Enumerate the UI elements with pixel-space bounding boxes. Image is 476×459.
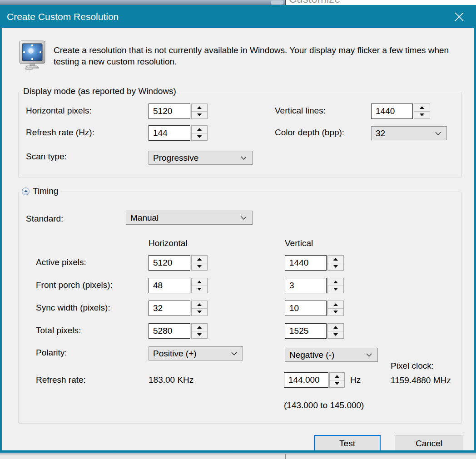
- spin-down-icon: [333, 265, 338, 268]
- spin-up-icon: [335, 375, 339, 378]
- collapse-up-icon: [24, 190, 28, 192]
- active-pixels-label: Active pixels:: [36, 257, 86, 267]
- chevron-down-icon: [231, 352, 237, 356]
- total-pixels-h-input[interactable]: 5280: [149, 323, 190, 339]
- spin-up-icon: [197, 326, 202, 329]
- spin-down-button[interactable]: [328, 286, 343, 293]
- spin-down-button[interactable]: [328, 331, 343, 339]
- total-pixels-v-input[interactable]: 1525: [285, 323, 327, 339]
- timing-legend-label: Timing: [33, 186, 58, 196]
- color-depth-select[interactable]: 32: [371, 126, 447, 140]
- front-porch-v-stepper: 3: [285, 278, 344, 293]
- dialog-content: Create a resolution that is not currentl…: [2, 28, 474, 450]
- background-divider-bottom: [285, 454, 286, 459]
- color-depth-value: 32: [376, 128, 385, 138]
- vertical-lines-stepper: 1440: [371, 104, 430, 119]
- dialog-titlebar[interactable]: Create Custom Resolution: [2, 5, 474, 28]
- spin-up-button[interactable]: [192, 126, 207, 133]
- polarity-v-value: Negative (-): [289, 350, 334, 360]
- refresh-rate-spin-buttons: [191, 125, 208, 141]
- cancel-button[interactable]: Cancel: [396, 435, 462, 450]
- spin-buttons: [191, 278, 208, 293]
- spin-up-icon: [420, 106, 424, 109]
- vertical-lines-input[interactable]: 1440: [371, 104, 413, 119]
- spin-up-icon: [197, 281, 202, 283]
- background-window-top: Customize: [0, 0, 476, 5]
- spin-down-icon: [333, 311, 338, 313]
- spin-up-button[interactable]: [192, 104, 207, 112]
- test-button[interactable]: Test: [314, 435, 381, 450]
- refresh-rate-stepper: 144: [149, 125, 208, 141]
- sync-width-h-input[interactable]: 32: [149, 301, 190, 316]
- spin-down-button[interactable]: [328, 263, 343, 271]
- front-porch-h-stepper: 48: [149, 278, 208, 293]
- spin-up-button[interactable]: [192, 324, 207, 331]
- vertical-lines-label: Vertical lines:: [275, 106, 326, 116]
- spin-down-button[interactable]: [328, 309, 343, 316]
- refresh-rate-input[interactable]: 144: [149, 125, 190, 141]
- display-mode-legend: Display mode (as reported by Windows): [21, 86, 178, 96]
- spin-down-button[interactable]: [192, 263, 207, 271]
- chevron-down-icon: [241, 216, 247, 220]
- horizontal-pixels-input[interactable]: 5120: [149, 104, 190, 119]
- spin-down-button[interactable]: [192, 331, 207, 339]
- spin-down-icon: [197, 265, 202, 268]
- color-depth-label: Color depth (bpp):: [275, 128, 344, 138]
- background-header-bar: [0, 0, 285, 5]
- timing-refresh-rate-label: Refresh rate:: [36, 375, 86, 385]
- front-porch-v-input[interactable]: 3: [285, 278, 327, 293]
- front-porch-h-input[interactable]: 48: [149, 278, 190, 293]
- background-customize-label: Customize: [289, 0, 340, 5]
- spin-buttons: [191, 255, 208, 271]
- spin-up-button[interactable]: [192, 301, 207, 309]
- sync-width-label: Sync width (pixels):: [36, 303, 110, 313]
- close-button[interactable]: [454, 11, 465, 22]
- spin-down-button[interactable]: [414, 112, 430, 119]
- refresh-rate-v-input[interactable]: 144.000: [284, 372, 328, 388]
- spin-up-icon: [333, 281, 338, 283]
- active-pixels-h-input[interactable]: 5120: [149, 255, 190, 271]
- spin-down-icon: [197, 333, 202, 336]
- sync-width-h-stepper: 32: [149, 301, 208, 316]
- spin-buttons: [327, 323, 344, 339]
- spin-up-button[interactable]: [414, 104, 430, 112]
- spin-up-button[interactable]: [328, 324, 343, 331]
- spin-down-icon: [333, 288, 338, 291]
- spin-down-button[interactable]: [192, 309, 207, 316]
- background-window-bottom: [0, 453, 476, 459]
- spin-down-button[interactable]: [192, 112, 207, 119]
- standard-select[interactable]: Manual: [126, 211, 253, 225]
- spin-up-button[interactable]: [328, 301, 343, 309]
- spin-up-button[interactable]: [328, 278, 343, 286]
- display-mode-group: Display mode (as reported by Windows) Ho…: [18, 92, 462, 178]
- spin-down-button[interactable]: [192, 133, 207, 141]
- refresh-rate-hz-label: Refresh rate (Hz):: [26, 128, 94, 138]
- refresh-rate-range: (143.000 to 145.000): [284, 400, 364, 410]
- spin-up-button[interactable]: [192, 256, 207, 263]
- spin-down-icon: [197, 135, 202, 138]
- total-pixels-v-stepper: 1525: [285, 323, 344, 339]
- vertical-lines-spin-buttons: [414, 104, 430, 119]
- spin-down-icon: [420, 114, 424, 116]
- spin-down-button[interactable]: [192, 286, 207, 293]
- spin-up-icon: [333, 258, 338, 261]
- scan-type-select[interactable]: Progressive: [149, 151, 253, 165]
- horizontal-column-header: Horizontal: [149, 238, 188, 248]
- timing-collapse-button[interactable]: [22, 188, 30, 195]
- polarity-v-select[interactable]: Negative (-): [285, 348, 378, 362]
- spin-down-button[interactable]: [330, 380, 344, 388]
- polarity-h-select[interactable]: Positive (+): [149, 346, 243, 360]
- active-pixels-v-input[interactable]: 1440: [285, 255, 327, 271]
- spin-up-button[interactable]: [192, 278, 207, 286]
- vertical-column-header: Vertical: [285, 238, 313, 248]
- dialog-description: Create a resolution that is not currentl…: [54, 44, 455, 67]
- sync-width-v-input[interactable]: 10: [285, 301, 327, 316]
- spin-up-button[interactable]: [328, 256, 343, 263]
- spin-up-button[interactable]: [330, 373, 344, 380]
- spin-down-icon: [335, 382, 339, 385]
- polarity-label: Polarity:: [36, 348, 67, 358]
- horizontal-pixels-spin-buttons: [191, 104, 208, 119]
- spin-up-icon: [197, 258, 202, 261]
- spin-buttons: [191, 301, 208, 316]
- active-pixels-v-stepper: 1440: [285, 255, 344, 271]
